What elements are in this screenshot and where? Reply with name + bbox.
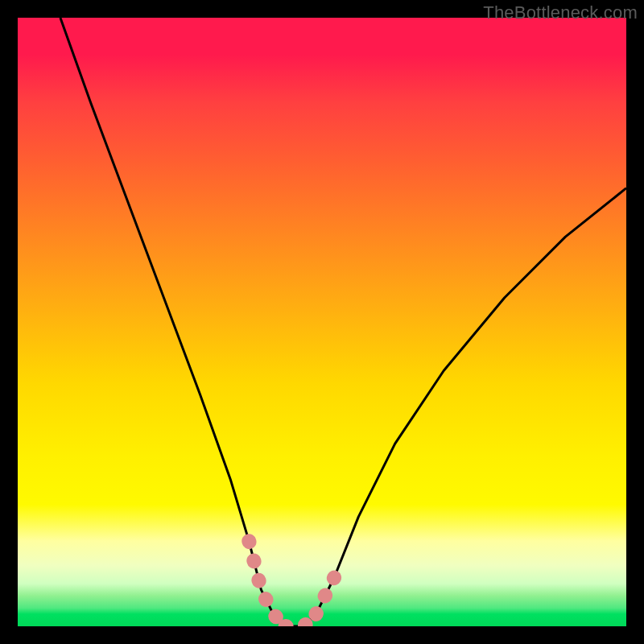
watermark-text: TheBottleneck.com (483, 2, 638, 23)
highlight-segment (249, 541, 285, 626)
curve-layer (18, 18, 626, 626)
bottleneck-curve (60, 18, 626, 626)
highlight-segment (316, 578, 334, 614)
chart-frame: TheBottleneck.com (0, 0, 644, 644)
plot-area (18, 18, 626, 626)
